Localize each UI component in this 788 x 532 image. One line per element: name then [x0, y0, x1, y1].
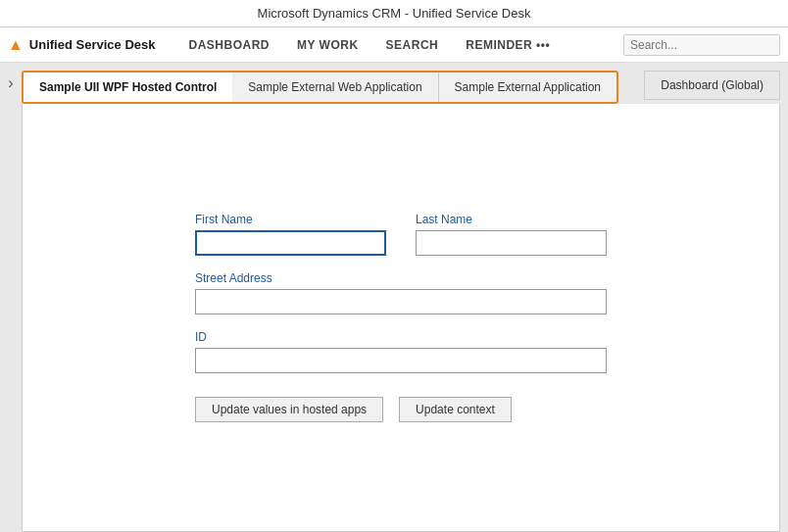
- nav-search-input[interactable]: [623, 34, 780, 56]
- sidebar-toggle[interactable]: ›: [0, 63, 22, 532]
- update-context-button[interactable]: Update context: [399, 397, 512, 422]
- update-hosted-apps-button[interactable]: Update values in hosted apps: [195, 397, 383, 422]
- main-area: › Sample UII WPF Hosted Control Sample E…: [0, 63, 788, 532]
- chevron-right-icon: ›: [8, 74, 13, 92]
- nav-item-reminder[interactable]: REMINDER •••: [452, 27, 564, 63]
- id-field: ID: [195, 330, 607, 373]
- title-bar: Microsoft Dynamics CRM - Unified Service…: [0, 0, 788, 27]
- street-address-input[interactable]: [195, 289, 607, 314]
- nav-item-dashboard[interactable]: DASHBOARD: [174, 27, 283, 63]
- last-name-field: Last Name: [416, 213, 607, 256]
- address-row: Street Address: [195, 271, 607, 314]
- buttons-row: Update values in hosted apps Update cont…: [195, 397, 607, 422]
- last-name-label: Last Name: [416, 213, 607, 226]
- tab-ext-app[interactable]: Sample External Application: [439, 73, 616, 102]
- id-row: ID: [195, 330, 607, 373]
- first-name-input[interactable]: [195, 230, 386, 256]
- logo-area: ▲ Unified Service Desk: [8, 36, 155, 54]
- app-title: Unified Service Desk: [29, 37, 156, 52]
- tabs-row: Sample UII WPF Hosted Control Sample Ext…: [22, 71, 780, 104]
- street-address-label: Street Address: [195, 271, 607, 285]
- form-container: First Name Last Name Street Address: [195, 213, 607, 422]
- tab-wpf[interactable]: Sample UII WPF Hosted Control: [24, 73, 232, 102]
- first-name-field: First Name: [195, 213, 386, 256]
- title-bar-text: Microsoft Dynamics CRM - Unified Service…: [258, 6, 531, 21]
- top-nav: ▲ Unified Service Desk DASHBOARD MY WORK…: [0, 27, 788, 63]
- tab-web-app[interactable]: Sample External Web Application: [232, 73, 438, 102]
- tab-separator: [618, 71, 644, 104]
- id-input[interactable]: [195, 348, 607, 373]
- id-label: ID: [195, 330, 607, 344]
- tab-dashboard-global[interactable]: Dashboard (Global): [644, 71, 780, 100]
- main-panel: First Name Last Name Street Address: [22, 104, 780, 532]
- nav-item-mywork[interactable]: MY WORK: [283, 27, 372, 63]
- nav-item-search[interactable]: SEARCH: [372, 27, 453, 63]
- logo-icon: ▲: [8, 36, 24, 54]
- tab-group: Sample UII WPF Hosted Control Sample Ext…: [22, 71, 618, 104]
- last-name-input[interactable]: [416, 230, 607, 256]
- content-area: Sample UII WPF Hosted Control Sample Ext…: [22, 63, 788, 532]
- name-row: First Name Last Name: [195, 213, 607, 256]
- first-name-label: First Name: [195, 213, 386, 226]
- nav-items: DASHBOARD MY WORK SEARCH REMINDER •••: [174, 27, 623, 63]
- nav-right: [623, 34, 780, 56]
- street-address-field: Street Address: [195, 271, 607, 314]
